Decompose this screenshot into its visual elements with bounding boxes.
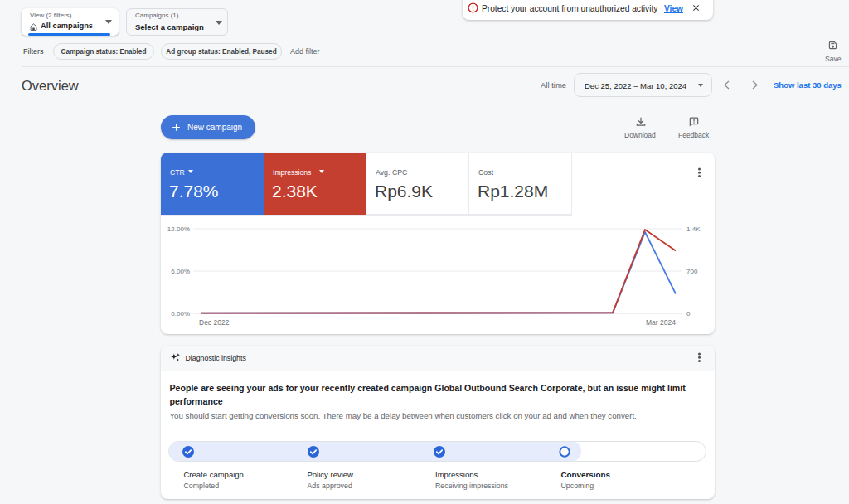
svg-text:6.00%: 6.00% bbox=[171, 268, 190, 275]
svg-text:0: 0 bbox=[686, 310, 691, 317]
svg-text:12.00%: 12.00% bbox=[167, 225, 190, 233]
svg-text:1.4K: 1.4K bbox=[686, 225, 701, 233]
svg-text:Dec 2022: Dec 2022 bbox=[199, 318, 230, 327]
svg-text:700: 700 bbox=[686, 268, 698, 275]
svg-text:Mar 2024: Mar 2024 bbox=[646, 318, 676, 327]
svg-text:0.00%: 0.00% bbox=[171, 310, 190, 317]
